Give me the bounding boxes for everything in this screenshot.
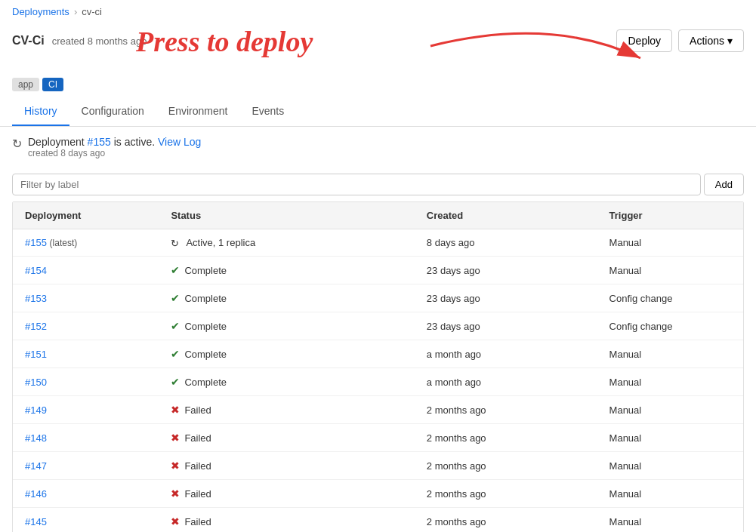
breadcrumb-separator: ›	[74, 6, 77, 17]
cell-status: ✖ Failed	[159, 452, 414, 480]
deployment-link[interactable]: #153	[25, 293, 47, 304]
status-indicator: ✔ Complete	[171, 376, 402, 388]
x-icon: ✖	[171, 432, 180, 444]
cell-created: a month ago	[415, 368, 597, 396]
deployments-table: Deployment Status Created Trigger #155 (…	[12, 201, 744, 532]
cell-created: 2 months ago	[415, 480, 597, 508]
table-row: #155 (latest) ↻ Active, 1 replica 8 days…	[13, 229, 743, 257]
check-icon: ✔	[171, 348, 180, 360]
add-button[interactable]: Add	[704, 174, 744, 195]
header-actions: Deploy Actions ▾	[616, 29, 744, 52]
check-icon: ✔	[171, 376, 180, 388]
header-meta: created 8 months ago	[52, 35, 147, 47]
cell-trigger: Manual	[597, 424, 743, 452]
cell-deployment: #151	[13, 340, 159, 368]
latest-badge: (latest)	[50, 238, 78, 248]
cell-created: 2 months ago	[415, 396, 597, 424]
table-row: #148 ✖ Failed 2 months agoManual	[13, 424, 743, 452]
breadcrumb-current: cv-ci	[82, 6, 102, 17]
cell-trigger: Manual	[597, 229, 743, 257]
notice-suffix: is active.	[114, 136, 158, 148]
chevron-down-icon: ▾	[727, 35, 733, 47]
view-log-link[interactable]: View Log	[158, 136, 201, 148]
table-row: #153 ✔ Complete 23 days agoConfig change	[13, 284, 743, 312]
cell-status: ✖ Failed	[159, 396, 414, 424]
page-header: CV-Ci created 8 months ago Deploy Action…	[0, 23, 756, 57]
table-row: #154 ✔ Complete 23 days agoManual	[13, 257, 743, 284]
badge-app: app	[12, 78, 39, 91]
table-row: #145 ✖ Failed 2 months agoManual	[13, 508, 743, 533]
deployment-notice: ↻ Deployment #155 is active. View Log cr…	[0, 127, 756, 168]
cell-trigger: Manual	[597, 257, 743, 284]
tab-history[interactable]: History	[12, 97, 69, 126]
cell-status: ✖ Failed	[159, 480, 414, 508]
cell-created: 23 days ago	[415, 284, 597, 312]
notice-prefix: Deployment	[28, 136, 85, 148]
check-icon: ✔	[171, 264, 180, 276]
deployment-link[interactable]: #145	[25, 516, 47, 527]
cell-created: 23 days ago	[415, 257, 597, 284]
cell-deployment: #152	[13, 312, 159, 340]
deployment-link[interactable]: #152	[25, 321, 47, 332]
breadcrumb: Deployments › cv-ci	[0, 0, 756, 23]
cell-deployment: #153	[13, 284, 159, 312]
x-icon: ✖	[171, 515, 180, 527]
cell-trigger: Manual	[597, 340, 743, 368]
badge-ci: CI	[42, 78, 63, 91]
status-indicator: ✔ Complete	[171, 264, 402, 276]
tab-environment[interactable]: Environment	[156, 97, 240, 126]
cell-deployment: #154	[13, 257, 159, 284]
cell-status: ✔ Complete	[159, 284, 414, 312]
status-indicator: ✖ Failed	[171, 487, 402, 500]
badge-row: app CI	[0, 76, 756, 97]
deploy-button[interactable]: Deploy	[616, 29, 672, 52]
deployment-link[interactable]: #149	[25, 404, 47, 416]
cell-deployment: #146	[13, 480, 159, 508]
status-indicator: ✔ Complete	[171, 320, 402, 332]
check-icon: ✔	[171, 320, 180, 332]
status-indicator: ✖ Failed	[171, 432, 402, 444]
cell-deployment: #149	[13, 396, 159, 424]
table-row: #151 ✔ Complete a month agoManual	[13, 340, 743, 368]
col-header-created: Created	[415, 202, 597, 229]
notice-deployment-link[interactable]: #155	[88, 136, 111, 148]
deployment-link[interactable]: #148	[25, 432, 47, 444]
cell-trigger: Manual	[597, 480, 743, 508]
status-indicator: ✔ Complete	[171, 348, 402, 360]
col-header-status: Status	[159, 202, 414, 229]
status-indicator: ↻ Active, 1 replica	[171, 237, 402, 248]
cell-status: ✔ Complete	[159, 340, 414, 368]
status-indicator: ✖ Failed	[171, 404, 402, 416]
cell-created: 2 months ago	[415, 452, 597, 480]
actions-label: Actions	[690, 35, 724, 47]
check-icon: ✔	[171, 292, 180, 304]
refresh-icon: ↻	[12, 137, 22, 151]
table-row: #146 ✖ Failed 2 months agoManual	[13, 480, 743, 508]
filter-input[interactable]	[12, 174, 701, 195]
status-indicator: ✖ Failed	[171, 515, 402, 527]
page-title: CV-Ci	[12, 34, 45, 48]
deployment-link[interactable]: #150	[25, 377, 47, 388]
status-indicator: ✖ Failed	[171, 460, 402, 472]
x-icon: ✖	[171, 460, 180, 472]
status-indicator: ✔ Complete	[171, 292, 402, 304]
actions-button[interactable]: Actions ▾	[678, 29, 744, 52]
breadcrumb-parent[interactable]: Deployments	[12, 6, 69, 17]
cell-deployment: #147	[13, 452, 159, 480]
deployment-link[interactable]: #146	[25, 488, 47, 500]
deployment-link[interactable]: #151	[25, 349, 47, 360]
deployment-link[interactable]: #147	[25, 460, 47, 472]
x-icon: ✖	[171, 404, 180, 416]
cell-status: ✖ Failed	[159, 424, 414, 452]
cell-status: ↻ Active, 1 replica	[159, 229, 414, 257]
deployment-link[interactable]: #155	[25, 237, 47, 248]
cell-trigger: Manual	[597, 396, 743, 424]
cell-deployment: #148	[13, 424, 159, 452]
deployment-link[interactable]: #154	[25, 265, 47, 276]
x-icon: ✖	[171, 487, 180, 500]
tab-events[interactable]: Events	[239, 97, 296, 126]
cell-created: 23 days ago	[415, 312, 597, 340]
tab-configuration[interactable]: Configuration	[69, 97, 156, 126]
cell-deployment: #145	[13, 508, 159, 533]
cell-created: 2 months ago	[415, 508, 597, 533]
